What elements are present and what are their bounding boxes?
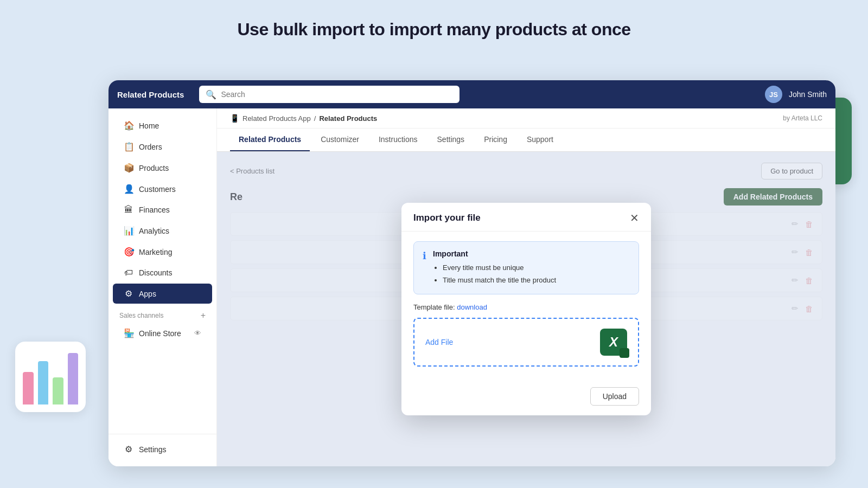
content-body: < Products list Go to product Re Add Rel… bbox=[217, 152, 835, 466]
app-window: Related Products 🔍 JS John Smith 🏠 Home … bbox=[108, 80, 835, 466]
breadcrumb-separator: / bbox=[314, 114, 316, 123]
tabs-bar: Related Products Customizer Instructions… bbox=[217, 129, 835, 152]
analytics-icon: 📊 bbox=[124, 226, 133, 236]
sidebar-item-label: Orders bbox=[139, 143, 162, 151]
modal-footer: Upload bbox=[401, 385, 651, 415]
sidebar-item-online-store[interactable]: 🏪 Online Store 👁 bbox=[113, 323, 212, 343]
template-download-link[interactable]: download bbox=[457, 303, 487, 311]
discounts-icon: 🏷 bbox=[124, 268, 133, 278]
apps-icon: ⚙ bbox=[124, 288, 133, 299]
store-icon: 🏪 bbox=[124, 328, 133, 338]
info-item-1: Every title must be unique bbox=[443, 261, 556, 274]
sidebar-item-label: Apps bbox=[139, 290, 156, 298]
sidebar-item-label: Products bbox=[139, 164, 169, 172]
sidebar-item-label: Discounts bbox=[139, 268, 172, 277]
breadcrumb: 📱 Related Products App / Related Product… bbox=[230, 114, 377, 123]
sidebar-item-label: Home bbox=[139, 121, 159, 130]
content-area: 📱 Related Products App / Related Product… bbox=[217, 108, 835, 466]
breadcrumb-app-link[interactable]: Related Products App bbox=[242, 114, 311, 123]
info-title: Important bbox=[433, 249, 556, 258]
sidebar-item-settings[interactable]: ⚙ Settings bbox=[113, 439, 212, 459]
navbar-brand: Related Products bbox=[117, 90, 184, 99]
sidebar-item-label: Finances bbox=[139, 206, 170, 214]
modal-body: ℹ Important Every title must be unique T… bbox=[401, 232, 651, 386]
marketing-icon: 🎯 bbox=[124, 247, 133, 257]
username-label: John Smith bbox=[789, 90, 827, 99]
sidebar-item-label: Analytics bbox=[139, 227, 169, 235]
modal-header: Import your file ✕ bbox=[401, 203, 651, 232]
settings-icon: ⚙ bbox=[124, 444, 133, 454]
sidebar-item-orders[interactable]: 📋 Orders bbox=[113, 137, 212, 157]
app-icon: 📱 bbox=[230, 114, 239, 123]
sidebar-item-discounts[interactable]: 🏷 Discounts bbox=[113, 263, 212, 282]
sidebar-item-label: Settings bbox=[139, 445, 167, 454]
modal-close-button[interactable]: ✕ bbox=[630, 213, 639, 223]
drop-zone[interactable]: Add File X bbox=[413, 318, 639, 367]
search-icon: 🔍 bbox=[206, 89, 216, 100]
products-icon: 📦 bbox=[124, 163, 133, 173]
info-list: Every title must be unique Title must ma… bbox=[433, 261, 556, 287]
info-box: ℹ Important Every title must be unique T… bbox=[413, 241, 639, 295]
add-file-label: Add File bbox=[425, 338, 453, 346]
info-item-2: Title must match the title the product bbox=[443, 274, 556, 286]
finances-icon: 🏛 bbox=[124, 205, 133, 215]
sales-channels-section: Sales channels + bbox=[108, 304, 216, 323]
sidebar-item-finances[interactable]: 🏛 Finances bbox=[113, 200, 212, 220]
sidebar-item-label: Customers bbox=[139, 185, 176, 194]
tab-support[interactable]: Support bbox=[518, 129, 562, 151]
sidebar-item-marketing[interactable]: 🎯 Marketing bbox=[113, 242, 212, 262]
excel-file-icon: X bbox=[600, 329, 627, 356]
modal-title: Import your file bbox=[413, 213, 481, 223]
tab-settings[interactable]: Settings bbox=[429, 129, 474, 151]
info-content: Important Every title must be unique Tit… bbox=[433, 249, 556, 287]
sidebar-bottom: ⚙ Settings bbox=[108, 434, 216, 460]
sales-channels-label: Sales channels bbox=[119, 312, 163, 319]
home-icon: 🏠 bbox=[124, 120, 133, 131]
breadcrumb-current: Related Products bbox=[319, 114, 377, 123]
sidebar-item-home[interactable]: 🏠 Home bbox=[113, 115, 212, 136]
customers-icon: 👤 bbox=[124, 184, 133, 194]
eye-icon: 👁 bbox=[194, 329, 201, 337]
tab-pricing[interactable]: Pricing bbox=[475, 129, 516, 151]
add-sales-channel-icon[interactable]: + bbox=[201, 311, 206, 320]
by-label: by Arteta LLC bbox=[783, 114, 822, 122]
sidebar: 🏠 Home 📋 Orders 📦 Products 👤 Customers 🏛… bbox=[108, 108, 217, 466]
page-heading: Use bulk import to import many products … bbox=[0, 0, 868, 40]
deco-chart bbox=[15, 342, 86, 412]
template-line: Template file: download bbox=[413, 303, 639, 311]
orders-icon: 📋 bbox=[124, 142, 133, 152]
info-icon: ℹ bbox=[423, 250, 426, 287]
tab-related-products[interactable]: Related Products bbox=[230, 129, 310, 151]
sidebar-item-apps[interactable]: ⚙ Apps bbox=[113, 284, 212, 304]
template-prefix: Template file: bbox=[413, 303, 455, 311]
navbar: Related Products 🔍 JS John Smith bbox=[108, 80, 835, 108]
avatar: JS bbox=[765, 86, 782, 103]
sidebar-item-label: Marketing bbox=[139, 248, 172, 256]
sidebar-item-analytics[interactable]: 📊 Analytics bbox=[113, 221, 212, 241]
sidebar-item-products[interactable]: 📦 Products bbox=[113, 158, 212, 178]
search-input[interactable] bbox=[221, 90, 453, 99]
tab-customizer[interactable]: Customizer bbox=[312, 129, 368, 151]
tab-instructions[interactable]: Instructions bbox=[370, 129, 426, 151]
sidebar-item-customers[interactable]: 👤 Customers bbox=[113, 179, 212, 199]
main-layout: 🏠 Home 📋 Orders 📦 Products 👤 Customers 🏛… bbox=[108, 108, 835, 466]
sidebar-item-label: Online Store bbox=[139, 329, 181, 338]
upload-button[interactable]: Upload bbox=[590, 387, 639, 406]
content-topbar: 📱 Related Products App / Related Product… bbox=[217, 108, 835, 129]
import-modal: Import your file ✕ ℹ Important bbox=[401, 203, 651, 416]
modal-overlay: Import your file ✕ ℹ Important bbox=[217, 152, 835, 466]
search-bar[interactable]: 🔍 bbox=[199, 86, 459, 103]
